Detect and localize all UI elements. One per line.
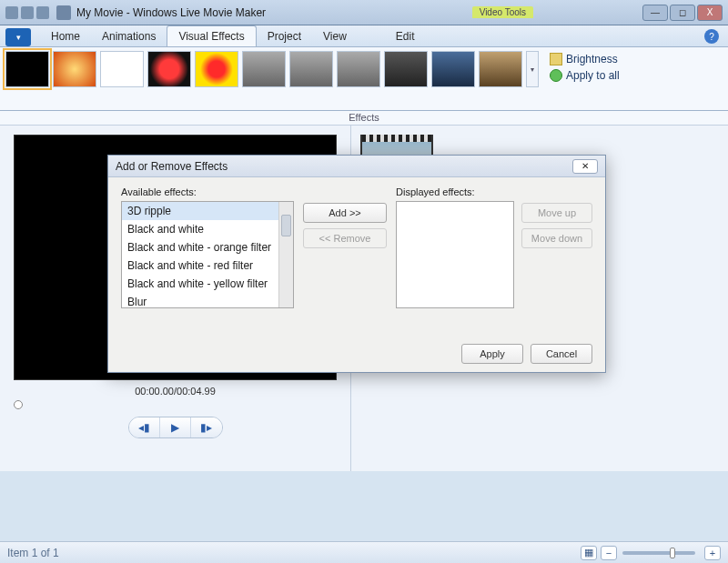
effect-thumbnail[interactable] [242, 51, 286, 87]
apply-all-icon [550, 69, 562, 82]
scrollbar[interactable] [278, 202, 293, 307]
tab-home[interactable]: Home [40, 26, 91, 46]
seek-slider[interactable] [14, 400, 337, 407]
effect-thumbnail[interactable] [337, 51, 380, 87]
list-item[interactable]: Black and white [122, 220, 293, 238]
displayed-effects-label: Displayed effects: [396, 186, 514, 197]
quick-access-toolbar [5, 6, 49, 19]
title-bar: My Movie - Windows Live Movie Maker Vide… [0, 0, 728, 25]
minimize-button[interactable]: — [642, 5, 668, 21]
zoom-out-button[interactable]: − [601, 546, 617, 560]
list-item[interactable]: Black and white - red filter [122, 256, 293, 275]
list-item[interactable]: 3D ripple [122, 202, 293, 220]
displayed-effects-list[interactable] [396, 201, 514, 308]
ribbon-group-caption: Effects [0, 111, 728, 126]
move-up-button[interactable]: Move up [521, 203, 592, 223]
play-button[interactable]: ▶ [160, 417, 191, 437]
maximize-button[interactable]: ◻ [670, 5, 695, 21]
next-frame-button[interactable]: ▮▸ [191, 417, 222, 437]
add-button[interactable]: Add >> [303, 203, 387, 223]
qat-icon[interactable] [21, 6, 34, 19]
contextual-tab-group: Video Tools [472, 6, 533, 18]
timecode: 00:00.00/00:04.99 [135, 386, 216, 397]
brightness-button[interactable]: Brightness [550, 53, 620, 65]
available-effects-label: Available effects: [121, 186, 294, 197]
video-tools-label: Video Tools [472, 6, 533, 18]
effects-gallery: ▾ [5, 51, 539, 108]
add-remove-effects-dialog: Add or Remove Effects ✕ Available effect… [107, 155, 606, 373]
effect-thumbnail[interactable] [384, 51, 428, 87]
brightness-icon [550, 53, 562, 65]
tab-project[interactable]: Project [257, 26, 312, 46]
list-item[interactable]: Black and white - orange filter [122, 238, 293, 256]
status-bar: Item 1 of 1 ▦ − + [0, 541, 728, 563]
apply-all-label: Apply to all [566, 69, 620, 82]
tab-visual-effects[interactable]: Visual Effects [167, 25, 256, 46]
close-button[interactable]: X [697, 5, 723, 21]
scroll-thumb[interactable] [281, 215, 291, 236]
dialog-close-button[interactable]: ✕ [572, 159, 598, 174]
effect-thumbnail[interactable] [431, 51, 475, 87]
effect-thumbnail[interactable] [100, 51, 144, 87]
list-item[interactable]: Black and white - yellow filter [122, 275, 293, 293]
move-down-button[interactable]: Move down [521, 228, 592, 248]
app-icon [56, 5, 71, 20]
apply-to-all-button[interactable]: Apply to all [550, 69, 620, 82]
effect-thumbnail[interactable] [53, 51, 96, 87]
view-mode-icon[interactable]: ▦ [581, 546, 597, 560]
zoom-thumb[interactable] [670, 548, 675, 558]
available-effects-list[interactable]: 3D ripple Black and white Black and whit… [121, 201, 294, 308]
dialog-title-bar: Add or Remove Effects ✕ [108, 156, 605, 177]
gallery-dropdown[interactable]: ▾ [526, 51, 539, 87]
app-menu-button[interactable]: ▾ [5, 28, 31, 46]
qat-icon[interactable] [36, 6, 49, 19]
zoom-in-button[interactable]: + [704, 546, 721, 560]
tab-edit[interactable]: Edit [385, 26, 426, 46]
list-item[interactable]: Blur [122, 293, 293, 308]
cancel-button[interactable]: Cancel [531, 344, 592, 364]
ribbon-tabs: ▾ Home Animations Visual Effects Project… [0, 25, 728, 47]
tab-view[interactable]: View [312, 26, 358, 46]
qat-icon[interactable] [5, 6, 18, 19]
tab-animations[interactable]: Animations [91, 26, 167, 46]
dialog-title: Add or Remove Effects [116, 160, 228, 173]
effect-thumbnail[interactable] [289, 51, 333, 87]
effect-thumbnail[interactable] [479, 51, 522, 87]
effect-thumbnail[interactable] [147, 51, 191, 87]
window-title: My Movie - Windows Live Movie Maker [76, 6, 266, 19]
status-text: Item 1 of 1 [7, 547, 59, 559]
ribbon-effects: ▾ Brightness Apply to all [0, 47, 728, 111]
remove-button[interactable]: << Remove [303, 228, 387, 248]
effect-thumbnail[interactable] [195, 51, 238, 87]
apply-button[interactable]: Apply [461, 344, 523, 364]
brightness-label: Brightness [566, 53, 618, 65]
help-icon[interactable]: ? [704, 29, 719, 44]
playback-controls: ◂▮ ▶ ▮▸ [128, 417, 223, 438]
zoom-slider[interactable] [622, 551, 695, 555]
prev-frame-button[interactable]: ◂▮ [129, 417, 160, 437]
seek-thumb[interactable] [14, 400, 23, 409]
effect-thumbnail[interactable] [5, 51, 49, 87]
